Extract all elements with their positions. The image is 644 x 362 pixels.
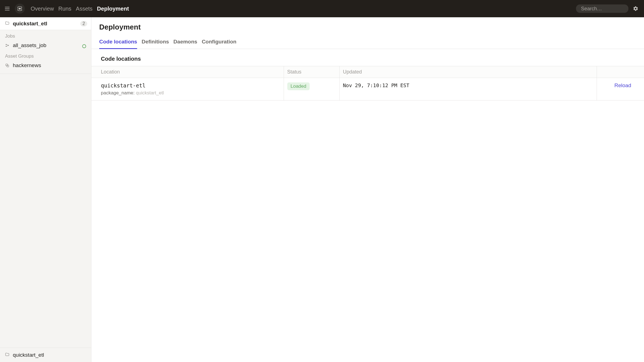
main-content: Deployment Code locations Definitions Da…	[91, 17, 644, 362]
tab-configuration[interactable]: Configuration	[202, 39, 237, 49]
sidebar-footer-project: quickstart_etl	[13, 352, 44, 358]
svg-rect-10	[7, 65, 9, 67]
dagster-logo[interactable]	[14, 3, 25, 14]
tab-daemons[interactable]: Daemons	[173, 39, 197, 49]
nav-assets[interactable]: Assets	[76, 6, 93, 12]
search-box[interactable]: /	[576, 4, 628, 13]
sidebar-assetgroup-label: hackernews	[13, 62, 41, 69]
svg-point-7	[8, 45, 9, 46]
svg-point-5	[6, 44, 7, 45]
code-locations-table: Location Status Updated quickstart-etl p…	[91, 66, 644, 101]
table-row: quickstart-etl package_name: quickstart_…	[91, 78, 644, 101]
reload-button[interactable]: Reload	[614, 82, 641, 89]
settings-icon[interactable]	[632, 5, 639, 12]
sidebar-project-count: 2	[80, 21, 87, 26]
nav-deployment[interactable]: Deployment	[97, 6, 129, 12]
sidebar-footer[interactable]: quickstart_etl	[0, 348, 91, 362]
sidebar-section-assetgroups-label: Asset Groups	[0, 50, 91, 61]
nav-runs[interactable]: Runs	[58, 6, 71, 12]
sidebar: quickstart_etl 2 Jobs all_assets_job Ass…	[0, 17, 91, 362]
svg-point-8	[82, 45, 86, 48]
job-icon	[5, 43, 9, 48]
sidebar-section-jobs-label: Jobs	[0, 30, 91, 41]
th-status: Status	[284, 66, 339, 78]
folder-icon	[5, 21, 9, 27]
svg-point-4	[19, 8, 21, 10]
job-status-icon	[82, 43, 86, 47]
svg-point-6	[6, 46, 7, 47]
nav-links: Overview Runs Assets Deployment	[31, 6, 129, 12]
location-sub: package_name: quickstart_etl	[101, 90, 280, 96]
asset-group-icon	[5, 63, 9, 68]
location-name[interactable]: quickstart-etl	[101, 82, 280, 89]
tabs: Code locations Definitions Daemons Confi…	[91, 31, 644, 49]
th-action	[597, 66, 644, 78]
sidebar-project[interactable]: quickstart_etl 2	[0, 17, 91, 30]
page-title: Deployment	[91, 17, 644, 31]
menu-icon[interactable]	[3, 5, 11, 13]
tab-definitions[interactable]: Definitions	[142, 39, 169, 49]
sidebar-assetgroup-item[interactable]: hackernews	[0, 61, 91, 70]
nav-overview[interactable]: Overview	[31, 6, 54, 12]
th-location: Location	[91, 66, 284, 78]
tab-code-locations[interactable]: Code locations	[99, 39, 137, 49]
section-title: Code locations	[91, 49, 644, 66]
topbar: Overview Runs Assets Deployment /	[0, 0, 644, 17]
sidebar-divider	[0, 74, 91, 74]
updated-timestamp: Nov 29, 7:10:12 PM EST	[343, 82, 409, 88]
sidebar-project-name: quickstart_etl	[13, 21, 47, 27]
folder-icon	[5, 352, 9, 358]
sidebar-job-label: all_assets_job	[13, 42, 46, 48]
sidebar-job-item[interactable]: all_assets_job	[0, 41, 91, 50]
th-updated: Updated	[339, 66, 597, 78]
svg-rect-9	[6, 64, 8, 66]
status-badge: Loaded	[287, 82, 310, 90]
